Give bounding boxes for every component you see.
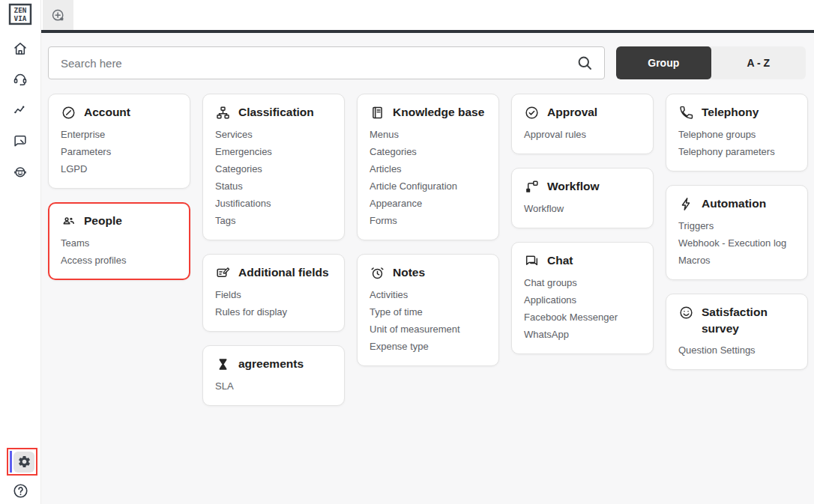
card-title: People [84,213,122,229]
settings-cards-grid: Account EnterpriseParametersLGPD People … [48,94,806,406]
card-column-5: Telephony Telephone groupsTelephony para… [666,94,808,370]
card-item-list: TriggersWebhook - Execution logMacros [678,217,795,269]
card-item-whatsapp[interactable]: WhatsApp [524,326,641,343]
card-item-justifications[interactable]: Justifications [215,195,332,212]
card-column-4: Approval Approval rules Workflow Workflo… [511,94,654,354]
card-header: Chat [524,252,641,269]
help-icon[interactable] [12,482,29,500]
card-item-chat-groups[interactable]: Chat groups [524,274,641,291]
new-tab-button[interactable] [43,0,73,30]
card-item-list: Telephone groupsTelephony parameters [678,126,795,160]
additional-fields-icon [215,265,231,281]
settings-card-telephony: Telephony Telephone groupsTelephony para… [666,94,808,171]
card-item-list: Question Settings [678,341,795,359]
card-header: People [61,213,178,229]
card-item-services[interactable]: Services [215,126,332,143]
settings-content: Group A - Z Account EnterpriseParameters… [41,33,814,504]
card-item-list: ActivitiesType of timeUnit of measuremen… [370,286,486,355]
headset-icon[interactable] [12,71,28,88]
card-item-categories[interactable]: Categories [370,143,486,160]
card-item-list: Approval rules [524,126,641,143]
bot-icon[interactable] [12,163,28,180]
sidebar-nav [12,40,28,180]
az-view-button[interactable]: A - Z [711,46,807,79]
card-item-approval-rules[interactable]: Approval rules [524,126,641,143]
card-title: agreements [238,356,304,372]
card-item-list: FieldsRules for display [215,286,332,321]
card-item-list: SLA [215,377,332,395]
card-item-fields[interactable]: Fields [215,286,332,303]
settings-card-workflow: Workflow Workflow [511,168,654,228]
card-item-status[interactable]: Status [215,177,332,195]
card-item-lgpd[interactable]: LGPD [61,160,178,177]
card-item-article-configuration[interactable]: Article Configuration [370,177,486,195]
view-toggle: Group A - Z [616,46,806,79]
chat-double-icon [524,253,540,269]
settings-card-satisfaction-survey: Satisfaction survey Question Settings [666,294,808,370]
activity-icon[interactable] [12,102,28,118]
settings-card-knowledge-base: Knowledge base MenusCategoriesArticlesAr… [357,94,499,240]
card-item-forms[interactable]: Forms [370,212,486,229]
card-title: Notes [393,264,425,281]
settings-highlight-annotation [7,448,37,476]
chat-icon[interactable] [12,133,28,149]
card-header: Workflow [524,178,641,195]
card-item-categories[interactable]: Categories [215,160,332,177]
magnifier-icon[interactable] [576,54,594,72]
card-item-access-profiles[interactable]: Access profiles [61,252,178,269]
card-title: Telephony [702,104,759,121]
card-item-triggers[interactable]: Triggers [678,217,795,234]
app-window: ZEN VIA [0,0,814,504]
card-item-telephone-groups[interactable]: Telephone groups [678,126,795,143]
search-box[interactable] [48,46,605,79]
card-item-type-of-time[interactable]: Type of time [370,303,486,321]
card-item-sla[interactable]: SLA [215,377,332,395]
search-input[interactable] [59,56,576,70]
card-item-menus[interactable]: Menus [370,126,486,143]
settings-card-chat: Chat Chat groupsApplicationsFacebook Mes… [511,242,654,354]
card-item-workflow[interactable]: Workflow [524,200,641,217]
book-icon [370,105,385,121]
card-title: Automation [702,195,766,212]
svg-text:ZEN: ZEN [14,6,27,14]
gear-icon [17,455,31,469]
settings-card-account: Account EnterpriseParametersLGPD [48,94,190,189]
card-item-parameters[interactable]: Parameters [61,143,178,160]
card-item-tags[interactable]: Tags [215,212,332,229]
settings-card-automation: Automation TriggersWebhook - Execution l… [666,185,808,280]
settings-card-people: People TeamsAccess profiles [48,202,190,280]
card-item-rules-for-display[interactable]: Rules for display [215,303,332,321]
settings-card-agreements: agreements SLA [202,345,345,406]
card-item-enterprise[interactable]: Enterprise [61,126,178,143]
card-item-teams[interactable]: Teams [61,234,178,252]
card-item-question-settings[interactable]: Question Settings [678,341,795,359]
home-icon[interactable] [12,40,28,57]
card-item-list: ServicesEmergenciesCategoriesStatusJusti… [215,126,332,229]
card-item-macros[interactable]: Macros [678,252,795,269]
card-item-activities[interactable]: Activities [370,286,486,303]
card-item-expense-type[interactable]: Expense type [370,338,486,355]
card-item-list: Chat groupsApplicationsFacebook Messenge… [524,274,641,343]
zenvia-logo-icon[interactable]: ZEN VIA [7,3,34,25]
card-column-1: Account EnterpriseParametersLGPD People … [48,94,190,280]
card-item-telephony-parameters[interactable]: Telephony parameters [678,143,795,160]
card-title: Satisfaction survey [702,304,795,336]
settings-button[interactable] [13,452,34,473]
card-item-appearance[interactable]: Appearance [370,195,486,212]
check-circle-icon [524,105,540,121]
workflow-icon [524,179,540,195]
card-item-unit-of-measurement[interactable]: Unit of measurement [370,321,486,338]
card-item-list: Workflow [524,200,641,217]
card-title: Workflow [547,178,599,195]
card-item-facebook-messenger[interactable]: Facebook Messenger [524,309,641,326]
card-item-emergencies[interactable]: Emergencies [215,143,332,160]
card-item-webhook-execution-log[interactable]: Webhook - Execution log [678,234,795,252]
group-view-button[interactable]: Group [616,46,711,79]
card-item-applications[interactable]: Applications [524,291,641,309]
active-item-indicator [10,451,12,473]
main-area: Group A - Z Account EnterpriseParameters… [41,0,814,504]
card-header: agreements [215,356,332,372]
card-header: Approval [524,104,641,121]
card-title: Knowledge base [393,104,484,121]
card-item-articles[interactable]: Articles [370,160,486,177]
